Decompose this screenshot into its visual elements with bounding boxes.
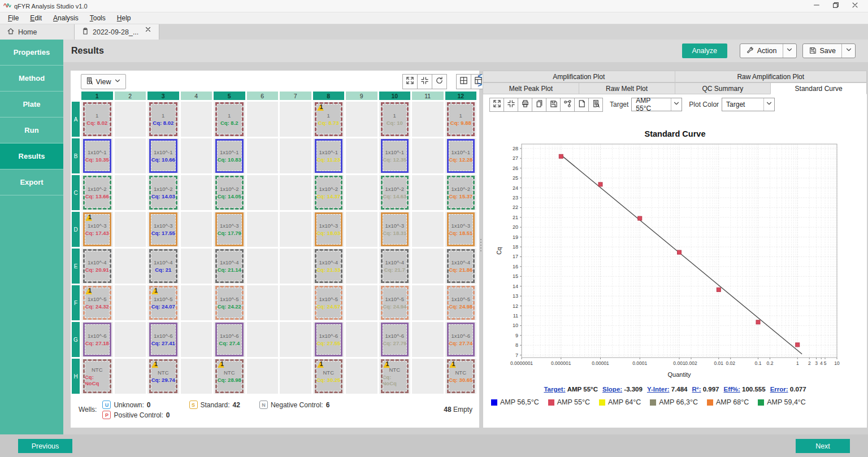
data-point[interactable] <box>637 216 641 220</box>
column-header-7[interactable]: 7 <box>280 92 311 100</box>
column-header-11[interactable]: 11 <box>412 92 444 100</box>
well-E5[interactable]: 1x10^-4Cq: 21.14 <box>215 249 244 283</box>
well-A12[interactable]: 1Cq: 9.88 <box>447 102 475 136</box>
well-G12[interactable]: 1x10^-6Cq: 27.74 <box>447 323 475 356</box>
sidebar-item-export[interactable]: Export <box>0 169 63 195</box>
well-A1[interactable]: 1Cq: 8.02 <box>83 102 111 136</box>
well-A3[interactable]: 1Cq: 8.02 <box>149 102 177 136</box>
sidebar-item-results[interactable]: Results <box>0 143 63 169</box>
well-G5[interactable]: 1x10^-6Cq: 27.4 <box>215 323 244 356</box>
row-header-E[interactable]: E <box>72 249 80 284</box>
well-D5[interactable]: 1x10^-3Cq: 17.79 <box>215 212 244 246</box>
row-header-F[interactable]: F <box>72 285 80 320</box>
data-point[interactable] <box>598 182 602 186</box>
column-header-5[interactable]: 5 <box>214 92 245 100</box>
sidebar-item-plate[interactable]: Plate <box>0 92 63 117</box>
report-button[interactable] <box>588 98 603 112</box>
column-header-8[interactable]: 8 <box>313 92 345 100</box>
well-H8[interactable]: NTCCq: 30.251 <box>315 359 343 393</box>
page-button[interactable] <box>574 98 589 112</box>
row-header-H[interactable]: H <box>72 359 80 394</box>
curve-stat-label[interactable]: Y-Inter: <box>647 386 670 393</box>
sidebar-item-properties[interactable]: Properties <box>0 40 63 66</box>
curve-stat-label[interactable]: Eff%: <box>723 386 740 393</box>
well-A5[interactable]: 1Cq: 8.2 <box>215 102 244 136</box>
well-E1[interactable]: 1x10^-4Cq: 20.91 <box>83 249 111 283</box>
well-F1[interactable]: 1x10^-5Cq: 24.321 <box>83 286 111 320</box>
tab-document[interactable]: 2022-09-28_... <box>75 24 159 40</box>
well-C12[interactable]: 1x10^-2Cq: 15.37 <box>447 176 475 210</box>
previous-button[interactable]: Previous <box>18 439 72 453</box>
fullscreen-expand-button[interactable] <box>402 74 418 89</box>
well-D3[interactable]: 1x10^-3Cq: 17.55 <box>149 212 177 246</box>
menu-item-file[interactable]: File <box>2 13 24 23</box>
data-point[interactable] <box>559 154 563 158</box>
menu-item-help[interactable]: Help <box>111 13 137 23</box>
save-button[interactable] <box>546 98 561 112</box>
data-point[interactable] <box>677 250 681 254</box>
workflow-button[interactable] <box>560 98 575 112</box>
fullscreen-expand-button[interactable] <box>489 98 504 112</box>
data-point[interactable] <box>717 288 721 291</box>
close-button[interactable] <box>845 0 865 12</box>
row-header-B[interactable]: B <box>72 138 80 173</box>
well-E10[interactable]: 1x10^-4Cq: 21.7 <box>381 249 409 283</box>
plot-color-select[interactable]: Target <box>722 98 775 111</box>
tab-melt-peak-plot[interactable]: Melt Peak Plot <box>483 82 579 94</box>
data-point[interactable] <box>756 320 760 324</box>
save-button[interactable]: Save <box>802 43 856 58</box>
well-C1[interactable]: 1x10^-2Cq: 13.66 <box>83 176 111 210</box>
target-select[interactable]: AMP 55°C <box>631 98 682 111</box>
refresh-button[interactable] <box>432 74 447 89</box>
well-G1[interactable]: 1x10^-6Cq: 27.18 <box>83 323 111 356</box>
well-D1[interactable]: 1x10^-3Cq: 17.431 <box>83 212 111 246</box>
well-F5[interactable]: 1x10^-5Cq: 24.22 <box>215 286 244 320</box>
menu-item-edit[interactable]: Edit <box>24 13 47 23</box>
column-header-10[interactable]: 10 <box>379 92 411 100</box>
tab-raw-melt-plot[interactable]: Raw Melt Plot <box>579 82 675 94</box>
well-E3[interactable]: 1x10^-4Cq: 21 <box>149 249 177 283</box>
well-H10[interactable]: NTCCq: NoCq1 <box>381 359 409 393</box>
sidebar-item-run[interactable]: Run <box>0 117 63 143</box>
column-header-4[interactable]: 4 <box>181 92 212 100</box>
well-E12[interactable]: 1x10^-4Cq: 21.86 <box>447 249 475 283</box>
fullscreen-collapse-button[interactable] <box>417 74 432 89</box>
tab-standard-curve[interactable]: Standard Curve <box>770 82 867 94</box>
curve-stat-label[interactable]: Target: <box>544 386 565 393</box>
action-dropdown-button[interactable] <box>783 44 796 58</box>
copy-button[interactable] <box>532 98 546 112</box>
next-button[interactable]: Next <box>796 439 850 453</box>
menu-item-tools[interactable]: Tools <box>84 13 111 23</box>
column-header-1[interactable]: 1 <box>81 92 113 100</box>
menu-item-analysis[interactable]: Analysis <box>47 13 84 23</box>
row-header-G[interactable]: G <box>72 322 80 357</box>
well-H12[interactable]: NTCCq: 30.651 <box>447 359 475 393</box>
well-D8[interactable]: 1x10^-3Cq: 18.03 <box>315 212 343 246</box>
save-dropdown-button[interactable] <box>841 44 855 58</box>
well-F10[interactable]: 1x10^-5Cq: 24.94 <box>381 286 409 320</box>
curve-stat-label[interactable]: Slope: <box>602 386 622 393</box>
column-header-3[interactable]: 3 <box>147 92 179 100</box>
well-G8[interactable]: 1x10^-6Cq: 27.55 <box>315 323 343 356</box>
tab-amplification-plot[interactable]: Amplification Plot <box>483 71 675 82</box>
analyze-button[interactable]: Analyze <box>682 43 727 58</box>
tab-qc-summary[interactable]: QC Summary <box>675 82 771 94</box>
sidebar-item-method[interactable]: Method <box>0 66 63 92</box>
restore-button[interactable] <box>826 0 845 12</box>
well-F3[interactable]: 1x10^-5Cq: 24.071 <box>149 286 177 320</box>
minimize-button[interactable] <box>807 0 826 12</box>
data-point[interactable] <box>795 343 799 347</box>
row-header-A[interactable]: A <box>72 102 80 137</box>
row-header-C[interactable]: C <box>72 175 80 210</box>
column-header-12[interactable]: 12 <box>445 92 477 100</box>
well-C8[interactable]: 1x10^-2Cq: 14.37 <box>315 176 343 210</box>
well-D10[interactable]: 1x10^-3Cq: 18.31 <box>381 212 409 246</box>
well-C5[interactable]: 1x10^-2Cq: 14.05 <box>215 176 244 210</box>
well-G3[interactable]: 1x10^-6Cq: 27.41 <box>149 323 177 356</box>
well-E8[interactable]: 1x10^-4Cq: 21.33 <box>315 249 343 283</box>
column-header-2[interactable]: 2 <box>115 92 146 100</box>
view-button[interactable]: View <box>81 74 126 89</box>
well-A10[interactable]: 1Cq: 10 <box>381 102 409 136</box>
action-button[interactable]: Action <box>740 43 797 58</box>
row-header-D[interactable]: D <box>72 212 80 247</box>
